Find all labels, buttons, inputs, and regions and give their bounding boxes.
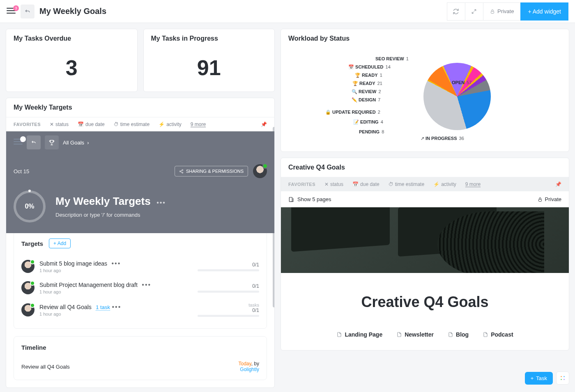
svg-rect-0: [491, 11, 494, 13]
progress-fraction: 0/1: [252, 307, 259, 313]
target-row[interactable]: Submit 5 blog image ideas ••• 1 hour ago…: [21, 256, 259, 277]
goals-date: Oct 15: [14, 168, 29, 174]
filter-status[interactable]: ✕status: [324, 181, 343, 187]
goals-menu-dots[interactable]: •••: [156, 199, 166, 206]
svg-point-6: [561, 376, 561, 377]
stat-card-overdue: My Tasks Overdue 3: [6, 29, 138, 92]
page-title: My Weekly Goals: [39, 7, 106, 16]
filter-activity[interactable]: ⚡activity: [159, 121, 182, 127]
stat-value: 91: [144, 48, 275, 92]
target-menu-dots[interactable]: •••: [112, 303, 121, 310]
progress-ring: 0%: [14, 190, 46, 222]
lock-icon: [538, 197, 543, 202]
pie-label: 🔍 REVIEW 2: [352, 89, 381, 94]
target-row[interactable]: Review all Q4 Goals 1 task ••• 1 hour ag…: [21, 298, 259, 321]
doc-link[interactable]: Podcast: [483, 331, 513, 338]
filter-due-date[interactable]: 📅due date: [78, 121, 105, 127]
filter-time-estimate[interactable]: ⏱time estimate: [389, 181, 424, 187]
show-pages-toggle[interactable]: Show 5 pages: [297, 196, 331, 202]
favorites-label: FAVORITES: [14, 122, 41, 127]
pie-labels: SEO REVIEW 1📅 SCHEDULED 14🏆 READY 1🏆 REA…: [281, 48, 569, 151]
target-timestamp: 1 hour ago: [39, 268, 193, 273]
pie-label: ✏️ DESIGN 7: [352, 97, 380, 103]
filter-activity[interactable]: ⚡activity: [433, 181, 456, 187]
svg-point-9: [564, 379, 564, 380]
pie-label: PENDING 8: [359, 129, 384, 134]
doc-link[interactable]: Blog: [448, 331, 469, 338]
trophy-button[interactable]: [45, 135, 59, 149]
target-menu-dots[interactable]: •••: [111, 260, 121, 267]
user-avatar[interactable]: [253, 164, 267, 178]
target-timestamp: 1 hour ago: [39, 312, 193, 316]
pages-icon: [288, 197, 294, 202]
target-name: Submit Project Management blog draft: [39, 282, 138, 288]
assignee-avatar[interactable]: [21, 260, 34, 273]
timeline-user[interactable]: Golightly: [239, 367, 259, 372]
goals-title: My Weekly Targets: [55, 195, 151, 208]
refresh-button[interactable]: [447, 2, 465, 21]
pie-label: SEO REVIEW 1: [375, 56, 409, 61]
privacy-toggle[interactable]: Private: [483, 2, 520, 21]
undo-arrow-icon: [24, 8, 31, 15]
undo-arrow-icon: [31, 140, 37, 145]
card-title: My Weekly Targets: [6, 98, 274, 117]
card-title: Creative Q4 Goals: [281, 158, 569, 177]
share-icon: [179, 169, 184, 174]
svg-rect-5: [538, 199, 541, 201]
creative-q4-card: Creative Q4 Goals FAVORITES ✕status 📅due…: [281, 158, 569, 351]
stat-title: My Tasks in Progress: [144, 29, 275, 48]
all-goals-link[interactable]: All Goals ›: [63, 140, 89, 146]
lock-icon: [490, 9, 495, 14]
timeline-row[interactable]: Review all Q4 Goals Today, by Golightly: [21, 361, 259, 372]
app-header: 3 My Weekly Goals Private + Add widget: [0, 0, 575, 23]
pie-label: 📝 EDITING 4: [353, 119, 383, 125]
add-target-button[interactable]: + Add: [49, 238, 71, 248]
apps-button[interactable]: [556, 371, 569, 385]
assignee-avatar[interactable]: [21, 281, 34, 294]
weekly-targets-card: My Weekly Targets FAVORITES ✕status 📅due…: [6, 98, 275, 388]
pin-icon[interactable]: 📌: [261, 121, 267, 127]
target-row[interactable]: Submit Project Management blog draft •••…: [21, 277, 259, 298]
pin-icon[interactable]: 📌: [555, 181, 561, 187]
new-task-button[interactable]: + Task: [525, 372, 553, 385]
filter-due-date[interactable]: 📅due date: [352, 181, 380, 187]
fullscreen-button[interactable]: [465, 2, 483, 21]
filter-more[interactable]: 9 more: [465, 181, 481, 187]
target-timestamp: 1 hour ago: [39, 289, 193, 294]
doc-privacy[interactable]: Private: [538, 196, 561, 202]
pie-label: 🏆 READY 21: [352, 81, 382, 86]
progress-fraction: 0/1: [252, 283, 259, 289]
svg-point-2: [179, 171, 181, 172]
sharing-permissions-button[interactable]: SHARING & PERMISSIONS: [175, 166, 248, 177]
assignee-avatar[interactable]: [21, 303, 34, 316]
back-button[interactable]: [21, 5, 34, 18]
hero-image: [281, 207, 569, 273]
doc-link[interactable]: Newsletter: [396, 331, 434, 338]
pie-label: 🔒 UPDATE REQUIRED 2: [325, 110, 380, 115]
filter-status[interactable]: ✕status: [50, 121, 69, 127]
progress-fraction: 0/1: [252, 262, 259, 268]
doc-link[interactable]: Landing Page: [336, 331, 382, 338]
filter-more[interactable]: 9 more: [191, 121, 206, 127]
trophy-icon: [48, 139, 55, 146]
target-name: Submit 5 blog image ideas: [39, 260, 107, 267]
stat-card-inprogress: My Tasks in Progress 91: [143, 29, 275, 92]
timeline-title: Timeline: [21, 344, 259, 351]
svg-point-8: [561, 379, 561, 380]
goals-description-input[interactable]: Description or type '/' for commands: [55, 212, 166, 218]
refresh-icon: [453, 8, 459, 15]
goals-back-button[interactable]: [27, 135, 41, 149]
task-link[interactable]: 1 task: [96, 304, 110, 311]
doc-title: Creative Q4 Goals: [306, 293, 544, 311]
menu-toggle-icon[interactable]: 3: [7, 8, 16, 15]
apps-grid-icon: [560, 375, 566, 381]
expand-icon: [471, 9, 477, 14]
add-widget-button[interactable]: + Add widget: [520, 2, 568, 21]
filter-time-estimate[interactable]: ⏱time estimate: [114, 121, 150, 127]
pie-label: 📅 SCHEDULED 14: [348, 64, 391, 70]
target-menu-dots[interactable]: •••: [142, 281, 151, 288]
pie-label: 🏆 READY 1: [355, 73, 382, 78]
progress-bar: [198, 291, 259, 293]
svg-rect-4: [289, 197, 292, 202]
goals-menu-icon[interactable]: 3: [14, 139, 23, 146]
